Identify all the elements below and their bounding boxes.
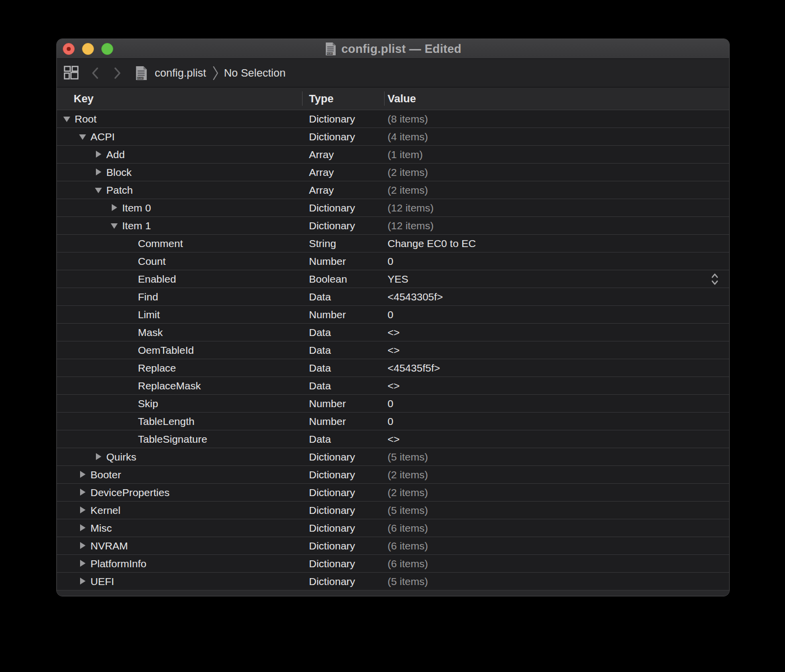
table-row[interactable]: NVRAM Dictionary (6 items) [57, 537, 729, 555]
disclosure-triangle-icon[interactable] [79, 578, 87, 585]
row-type-cell[interactable]: Data [302, 359, 384, 377]
row-type-cell[interactable]: Dictionary [302, 537, 384, 554]
breadcrumb-selection[interactable]: No Selection [224, 67, 286, 80]
disclosure-triangle-icon[interactable] [79, 471, 87, 478]
table-row[interactable]: Limit Number 0 [57, 306, 729, 324]
row-type-cell[interactable]: Data [302, 324, 384, 341]
disclosure-triangle-icon[interactable] [95, 168, 102, 176]
row-type-cell[interactable]: Array [302, 146, 384, 163]
row-value-cell[interactable]: <> [384, 324, 729, 341]
row-value-cell[interactable]: (2 items) [384, 164, 729, 181]
row-type-cell[interactable]: String [302, 235, 384, 252]
disclosure-triangle-icon[interactable] [79, 542, 87, 549]
minimize-button[interactable] [82, 43, 94, 55]
row-value-cell[interactable]: 0 [384, 413, 729, 430]
row-value-cell[interactable]: (12 items) [384, 217, 729, 234]
table-row[interactable]: Booter Dictionary (2 items) [57, 466, 729, 484]
row-type-cell[interactable]: Number [302, 395, 384, 412]
table-row[interactable]: Item 1 Dictionary (12 items) [57, 217, 729, 235]
row-value-cell[interactable]: 0 [384, 306, 729, 323]
row-value-cell[interactable]: <> [384, 341, 729, 359]
table-row[interactable]: PlatformInfo Dictionary (6 items) [57, 555, 729, 573]
row-value-cell[interactable]: <45435f5f> [384, 359, 729, 377]
disclosure-triangle-icon[interactable] [63, 115, 71, 123]
table-row[interactable]: Count Number 0 [57, 252, 729, 270]
row-type-cell[interactable]: Data [302, 377, 384, 394]
table-row[interactable]: TableLength Number 0 [57, 413, 729, 430]
row-type-cell[interactable]: Number [302, 306, 384, 323]
row-value-cell[interactable]: (12 items) [384, 199, 729, 216]
table-row[interactable]: UEFI Dictionary (5 items) [57, 573, 729, 590]
column-header-key[interactable]: Key [57, 87, 302, 110]
table-row[interactable]: Block Array (2 items) [57, 164, 729, 181]
row-value-cell[interactable]: (4 items) [384, 128, 729, 145]
row-type-cell[interactable]: Array [302, 181, 384, 199]
row-value-cell[interactable]: (1 item) [384, 146, 729, 163]
row-type-cell[interactable]: Boolean [302, 270, 384, 288]
row-type-cell[interactable]: Dictionary [302, 448, 384, 465]
row-value-cell[interactable]: <> [384, 430, 729, 448]
disclosure-triangle-icon[interactable] [79, 133, 87, 140]
row-type-cell[interactable]: Dictionary [302, 110, 384, 127]
row-value-cell[interactable]: <4543305f> [384, 288, 729, 305]
row-type-cell[interactable]: Dictionary [302, 128, 384, 145]
row-value-cell[interactable]: 0 [384, 252, 729, 270]
row-type-cell[interactable]: Dictionary [302, 199, 384, 216]
table-row[interactable]: Comment String Change EC0 to EC [57, 235, 729, 252]
forward-button[interactable] [112, 66, 122, 80]
zoom-button[interactable] [101, 43, 113, 55]
row-value-cell[interactable]: (6 items) [384, 519, 729, 537]
row-type-cell[interactable]: Data [302, 430, 384, 448]
row-value-cell[interactable]: (2 items) [384, 181, 729, 199]
table-row[interactable]: Misc Dictionary (6 items) [57, 519, 729, 537]
table-row[interactable]: Item 0 Dictionary (12 items) [57, 199, 729, 217]
breadcrumb-file[interactable]: config.plist [155, 67, 206, 80]
row-type-cell[interactable]: Number [302, 252, 384, 270]
row-type-cell[interactable]: Number [302, 413, 384, 430]
table-row[interactable]: Kernel Dictionary (5 items) [57, 502, 729, 519]
table-row[interactable]: ReplaceMask Data <> [57, 377, 729, 395]
row-value-cell[interactable]: 0 [384, 395, 729, 412]
table-row[interactable]: OemTableId Data <> [57, 341, 729, 359]
row-value-cell[interactable]: (8 items) [384, 110, 729, 127]
row-type-cell[interactable]: Dictionary [302, 484, 384, 501]
related-items-button[interactable] [64, 66, 79, 81]
row-type-cell[interactable]: Dictionary [302, 217, 384, 234]
disclosure-triangle-icon[interactable] [79, 560, 87, 567]
row-value-cell[interactable]: (5 items) [384, 502, 729, 519]
disclosure-triangle-icon[interactable] [111, 222, 118, 229]
table-row[interactable]: Root Dictionary (8 items) [57, 110, 729, 128]
table-row[interactable]: DeviceProperties Dictionary (2 items) [57, 484, 729, 502]
disclosure-triangle-icon[interactable] [95, 151, 102, 158]
disclosure-triangle-icon[interactable] [95, 453, 102, 461]
back-button[interactable] [90, 66, 100, 80]
table-row[interactable]: TableSignature Data <> [57, 430, 729, 448]
row-value-cell[interactable]: Change EC0 to EC [384, 235, 729, 252]
row-value-cell[interactable]: (2 items) [384, 466, 729, 483]
row-value-cell[interactable]: (5 items) [384, 448, 729, 465]
table-row[interactable]: Skip Number 0 [57, 395, 729, 413]
table-row[interactable]: Replace Data <45435f5f> [57, 359, 729, 377]
table-row[interactable]: ACPI Dictionary (4 items) [57, 128, 729, 146]
table-row[interactable]: Quirks Dictionary (5 items) [57, 448, 729, 466]
close-button-edited-dot[interactable] [63, 43, 75, 55]
disclosure-triangle-icon[interactable] [79, 524, 87, 532]
up-down-stepper-icon[interactable] [711, 272, 719, 287]
row-type-cell[interactable]: Dictionary [302, 502, 384, 519]
row-type-cell[interactable]: Array [302, 164, 384, 181]
row-value-cell[interactable]: <> [384, 377, 729, 394]
row-value-cell[interactable]: YES [384, 270, 729, 288]
row-type-cell[interactable]: Dictionary [302, 466, 384, 483]
row-type-cell[interactable]: Dictionary [302, 519, 384, 537]
row-type-cell[interactable]: Dictionary [302, 555, 384, 572]
row-type-cell[interactable]: Dictionary [302, 573, 384, 590]
column-header-value[interactable]: Value [384, 87, 729, 110]
disclosure-triangle-icon[interactable] [95, 186, 102, 194]
row-type-cell[interactable]: Data [302, 288, 384, 305]
row-type-cell[interactable]: Data [302, 341, 384, 359]
disclosure-triangle-icon[interactable] [79, 506, 87, 514]
column-header-type[interactable]: Type [302, 87, 384, 110]
disclosure-triangle-icon[interactable] [79, 489, 87, 496]
row-value-cell[interactable]: (6 items) [384, 537, 729, 554]
table-row[interactable]: Mask Data <> [57, 324, 729, 341]
